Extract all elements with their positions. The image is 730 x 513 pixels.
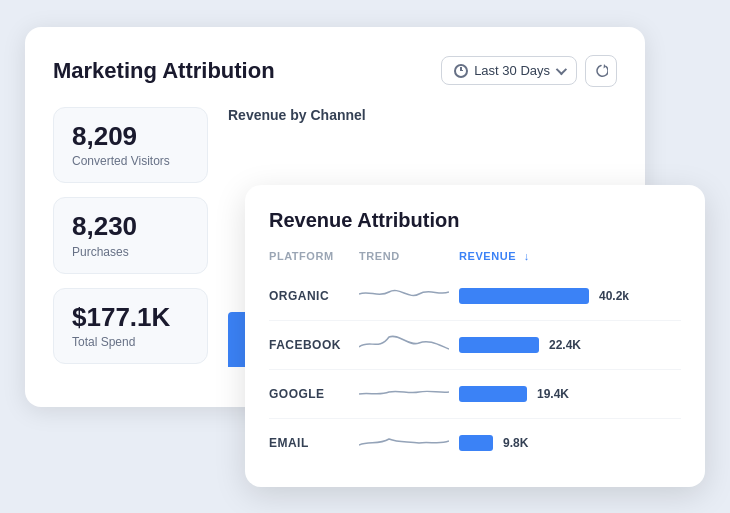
stat-value-spend: $177.1K [72,303,189,332]
col-header-trend: TREND [359,250,459,272]
platform-name-organic: ORGANIC [269,272,359,321]
chart-title: Revenue by Channel [228,107,617,123]
revenue-cell-facebook: 22.4K [459,320,681,369]
revenue-value-organic: 40.2k [599,289,629,303]
table-row: ORGANIC 40.2k [269,272,681,321]
revenue-bar-email [459,435,493,451]
refresh-button[interactable] [585,55,617,87]
trend-google [359,369,459,418]
main-card-title: Marketing Attribution [53,58,275,84]
revenue-cell-organic: 40.2k [459,272,681,321]
revenue-bar-google [459,386,527,402]
revenue-value-facebook: 22.4K [549,338,581,352]
date-filter-button[interactable]: Last 30 Days [441,56,577,85]
scene: Marketing Attribution Last 30 Days [25,27,705,487]
stats-column: 8,209 Converted Visitors 8,230 Purchases… [53,107,208,375]
revenue-value-google: 19.4K [537,387,569,401]
date-filter-label: Last 30 Days [474,63,550,78]
stat-label-spend: Total Spend [72,335,189,349]
col-header-platform: PLATFORM [269,250,359,272]
platform-name-facebook: FACEBOOK [269,320,359,369]
revenue-bar-facebook [459,337,539,353]
clock-icon [454,64,468,78]
stat-card-spend: $177.1K Total Spend [53,288,208,365]
trend-email [359,418,459,467]
platform-name-email: EMAIL [269,418,359,467]
attribution-card: Revenue Attribution PLATFORM TREND REVEN… [245,185,705,487]
refresh-icon [594,64,608,78]
revenue-value-email: 9.8K [503,436,528,450]
revenue-cell-google: 19.4K [459,369,681,418]
revenue-cell-email: 9.8K [459,418,681,467]
table-row: EMAIL 9.8K [269,418,681,467]
revenue-bar-organic [459,288,589,304]
stat-value-visitors: 8,209 [72,122,189,151]
table-row: FACEBOOK 22.4K [269,320,681,369]
trend-facebook [359,320,459,369]
stat-label-purchases: Purchases [72,245,189,259]
stat-card-purchases: 8,230 Purchases [53,197,208,274]
sort-icon: ↓ [524,250,530,262]
stat-label-visitors: Converted Visitors [72,154,189,168]
attribution-table: PLATFORM TREND REVENUE ↓ ORGANIC [269,250,681,467]
stat-card-visitors: 8,209 Converted Visitors [53,107,208,184]
platform-name-google: GOOGLE [269,369,359,418]
col-header-revenue[interactable]: REVENUE ↓ [459,250,681,272]
chevron-down-icon [556,63,567,74]
main-card-header: Marketing Attribution Last 30 Days [53,55,617,87]
attribution-title: Revenue Attribution [269,209,681,232]
date-filter: Last 30 Days [441,55,617,87]
trend-organic [359,272,459,321]
table-row: GOOGLE 19.4K [269,369,681,418]
stat-value-purchases: 8,230 [72,212,189,241]
